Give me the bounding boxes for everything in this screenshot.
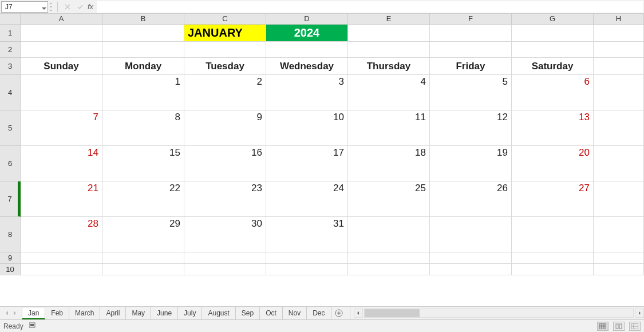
col-header-d[interactable]: D (266, 14, 348, 25)
row-header-7[interactable]: 7 (0, 181, 21, 217)
cell-e6[interactable]: 18 (348, 146, 430, 181)
cell-h9[interactable] (594, 252, 644, 264)
cell-a1[interactable] (21, 25, 102, 42)
tab-dec[interactable]: Dec (307, 307, 331, 319)
col-header-a[interactable]: A (21, 14, 102, 25)
weekday-sat[interactable]: Saturday (512, 58, 594, 75)
cell-e10[interactable] (348, 264, 430, 275)
new-sheet-button[interactable] (331, 309, 346, 317)
cell-f6[interactable]: 19 (430, 146, 512, 181)
row-header-9[interactable]: 9 (0, 252, 21, 264)
tab-july[interactable]: July (178, 307, 202, 319)
col-header-e[interactable]: E (348, 14, 430, 25)
cell-a2[interactable] (21, 42, 102, 58)
weekday-wed[interactable]: Wednesday (266, 58, 348, 75)
row-header-3[interactable]: 3 (0, 58, 21, 75)
cell-e4[interactable]: 4 (348, 75, 430, 110)
cell-e5[interactable]: 11 (348, 110, 430, 146)
cell-h10[interactable] (594, 264, 644, 275)
cell-d8[interactable]: 31 (266, 217, 348, 252)
tab-august[interactable]: August (202, 307, 235, 319)
cell-c2[interactable] (184, 42, 266, 58)
horizontal-scrollbar[interactable] (354, 309, 644, 318)
cell-e2[interactable] (348, 42, 430, 58)
scroll-track[interactable] (364, 309, 634, 318)
fx-label[interactable]: fx (86, 2, 97, 11)
row-header-4[interactable]: 4 (0, 75, 21, 110)
row-header-8[interactable]: 8 (0, 217, 21, 252)
cell-h1[interactable] (594, 25, 644, 42)
row-header-6[interactable]: 6 (0, 146, 21, 181)
col-header-f[interactable]: F (430, 14, 512, 25)
row-header-10[interactable]: 10 (0, 264, 21, 275)
cell-f4[interactable]: 5 (430, 75, 512, 110)
cancel-icon[interactable] (61, 1, 74, 13)
cell-h4[interactable] (594, 75, 644, 110)
col-header-g[interactable]: G (512, 14, 594, 25)
view-page-layout-icon[interactable] (613, 322, 625, 331)
enter-icon[interactable] (74, 1, 86, 13)
cell-e7[interactable]: 25 (348, 181, 430, 217)
cell-a4[interactable] (21, 75, 102, 110)
cell-g7[interactable]: 27 (512, 181, 594, 217)
macro-record-icon[interactable] (29, 322, 37, 330)
cell-h5[interactable] (594, 110, 644, 146)
cell-h2[interactable] (594, 42, 644, 58)
cell-b8[interactable]: 29 (102, 217, 184, 252)
cell-g5[interactable]: 13 (512, 110, 594, 146)
scroll-thumb[interactable] (365, 309, 420, 317)
cell-c6[interactable]: 16 (184, 146, 266, 181)
cell-b5[interactable]: 8 (102, 110, 184, 146)
cell-b2[interactable] (102, 42, 184, 58)
cell-g8[interactable] (512, 217, 594, 252)
cell-g9[interactable] (512, 252, 594, 264)
cell-g6[interactable]: 20 (512, 146, 594, 181)
name-box-dropdown-icon[interactable] (42, 5, 46, 9)
tab-april[interactable]: April (100, 307, 126, 319)
cell-d2[interactable] (266, 42, 348, 58)
cell-h7[interactable] (594, 181, 644, 217)
row-header-5[interactable]: 5 (0, 110, 21, 146)
col-header-b[interactable]: B (102, 14, 184, 25)
cell-d7[interactable]: 24 (266, 181, 348, 217)
view-page-break-icon[interactable] (629, 322, 641, 331)
cell-b7[interactable]: 22 (102, 181, 184, 217)
cell-d1-year[interactable]: 2024 (266, 25, 348, 42)
col-header-c[interactable]: C (184, 14, 266, 25)
cell-f1[interactable] (430, 25, 512, 42)
cell-g4[interactable]: 6 (512, 75, 594, 110)
cell-f10[interactable] (430, 264, 512, 275)
cell-e9[interactable] (348, 252, 430, 264)
cell-d9[interactable] (266, 252, 348, 264)
col-header-h[interactable]: H (594, 14, 644, 25)
cell-c9[interactable] (184, 252, 266, 264)
cell-b10[interactable] (102, 264, 184, 275)
tab-feb[interactable]: Feb (45, 307, 69, 319)
weekday-tue[interactable]: Tuesday (184, 58, 266, 75)
tab-jan[interactable]: Jan (22, 307, 45, 319)
cell-a9[interactable] (21, 252, 102, 264)
cell-f5[interactable]: 12 (430, 110, 512, 146)
cell-e1[interactable] (348, 25, 430, 42)
cell-c4[interactable]: 2 (184, 75, 266, 110)
weekday-thu[interactable]: Thursday (348, 58, 430, 75)
cell-d6[interactable]: 17 (266, 146, 348, 181)
tab-june[interactable]: June (151, 307, 178, 319)
weekday-sun[interactable]: Sunday (21, 58, 102, 75)
select-all-corner[interactable] (0, 14, 21, 25)
cell-g1[interactable] (512, 25, 594, 42)
cell-f7[interactable]: 26 (430, 181, 512, 217)
cell-a5[interactable]: 7 (21, 110, 102, 146)
tab-nov[interactable]: Nov (283, 307, 307, 319)
cell-c10[interactable] (184, 264, 266, 275)
tab-may[interactable]: May (126, 307, 151, 319)
cell-g10[interactable] (512, 264, 594, 275)
tab-oct[interactable]: Oct (260, 307, 283, 319)
cell-c1-month[interactable]: JANUARY (184, 25, 266, 42)
row-header-2[interactable]: 2 (0, 42, 21, 58)
row-header-1[interactable]: 1 (0, 25, 21, 42)
tab-nav-prev-icon[interactable] (5, 311, 9, 315)
weekday-fri[interactable]: Friday (430, 58, 512, 75)
cell-g2[interactable] (512, 42, 594, 58)
name-box[interactable]: J7 (1, 1, 48, 13)
